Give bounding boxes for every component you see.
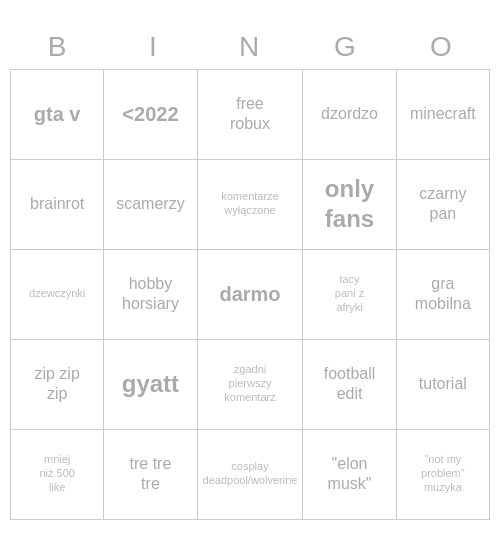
cell-label: gramobilna	[415, 274, 471, 314]
cell-label: "elonmusk"	[328, 454, 372, 494]
bingo-cell: cosplaydeadpool/wolverine	[198, 430, 304, 520]
bingo-cell: zgadnipierwszykomentarz	[198, 340, 304, 430]
bingo-header-letter: I	[106, 25, 202, 69]
bingo-header-letter: B	[10, 25, 106, 69]
bingo-cell: tutorial	[397, 340, 490, 430]
cell-label: tacypani zafryki	[335, 273, 364, 314]
bingo-cell: darmo	[198, 250, 304, 340]
cell-label: minecraft	[410, 104, 476, 124]
cell-label: tutorial	[419, 374, 467, 394]
bingo-cell: tacypani zafryki	[303, 250, 396, 340]
cell-label: hobbyhorsiary	[122, 274, 179, 314]
bingo-cell: gyatt	[104, 340, 197, 430]
bingo-cell: minecraft	[397, 70, 490, 160]
cell-label: dzewczynki	[29, 287, 85, 301]
cell-label: zgadnipierwszykomentarz	[224, 363, 275, 404]
cell-label: cosplaydeadpool/wolverine	[203, 460, 298, 488]
bingo-cell: onlyfans	[303, 160, 396, 250]
bingo-cell: footballedit	[303, 340, 396, 430]
bingo-cell: "not myproblem"muzyka	[397, 430, 490, 520]
cell-label: "not myproblem"muzyka	[421, 453, 465, 494]
cell-label: czarnypan	[419, 184, 466, 224]
bingo-cell: "elonmusk"	[303, 430, 396, 520]
cell-label: zip zipzip	[34, 364, 79, 404]
bingo-grid: gta v<2022freerobuxdzordzominecraftbrain…	[10, 69, 490, 520]
cell-label: gta v	[34, 102, 81, 127]
bingo-cell: hobbyhorsiary	[104, 250, 197, 340]
bingo-cell: gta v	[11, 70, 104, 160]
bingo-cell: brainrot	[11, 160, 104, 250]
bingo-header-letter: O	[394, 25, 490, 69]
cell-label: gyatt	[122, 369, 179, 399]
bingo-cell: komentarzewyłączone	[198, 160, 304, 250]
bingo-cell: tre tretre	[104, 430, 197, 520]
bingo-cell: gramobilna	[397, 250, 490, 340]
cell-label: scamerzy	[116, 194, 184, 214]
cell-label: komentarzewyłączone	[221, 190, 278, 218]
bingo-cell: dzordzo	[303, 70, 396, 160]
bingo-cell: czarnypan	[397, 160, 490, 250]
bingo-cell: scamerzy	[104, 160, 197, 250]
bingo-cell: <2022	[104, 70, 197, 160]
bingo-header-letter: G	[298, 25, 394, 69]
cell-label: darmo	[219, 282, 280, 307]
cell-label: freerobux	[230, 94, 270, 134]
bingo-header: BINGO	[10, 25, 490, 69]
cell-label: footballedit	[324, 364, 376, 404]
bingo-card: BINGO gta v<2022freerobuxdzordzominecraf…	[10, 25, 490, 520]
cell-label: brainrot	[30, 194, 84, 214]
bingo-cell: mniejniż 500like	[11, 430, 104, 520]
bingo-cell: zip zipzip	[11, 340, 104, 430]
cell-label: mniejniż 500like	[39, 453, 74, 494]
cell-label: dzordzo	[321, 104, 378, 124]
bingo-cell: dzewczynki	[11, 250, 104, 340]
bingo-cell: freerobux	[198, 70, 304, 160]
bingo-header-letter: N	[202, 25, 298, 69]
cell-label: <2022	[122, 102, 178, 127]
cell-label: onlyfans	[325, 174, 374, 234]
cell-label: tre tretre	[130, 454, 172, 494]
